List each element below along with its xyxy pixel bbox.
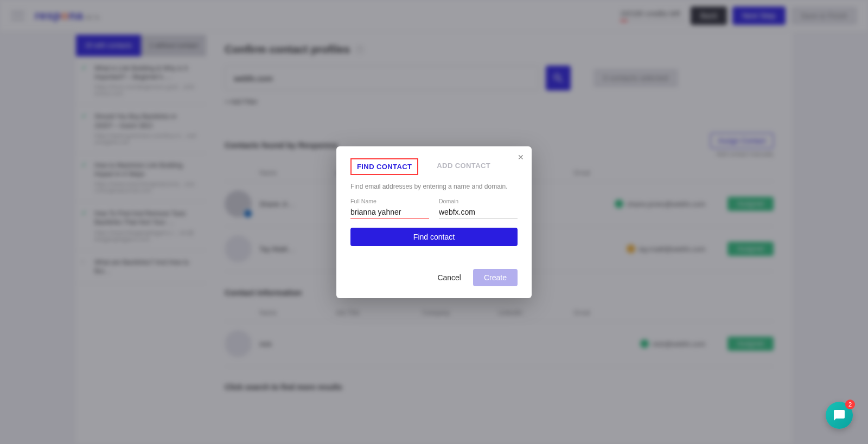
full-name-label: Full Name — [350, 198, 429, 204]
cancel-button[interactable]: Cancel — [433, 269, 465, 286]
modal-description: Find email addresses by entering a name … — [350, 183, 518, 190]
domain-label: Domain — [439, 198, 518, 204]
chat-icon — [833, 409, 846, 422]
create-button[interactable]: Create — [473, 269, 518, 286]
tab-add-contact[interactable]: ADD CONTACT — [431, 158, 496, 175]
find-contact-button[interactable]: Find contact — [350, 228, 518, 246]
close-icon[interactable]: ✕ — [518, 153, 524, 162]
domain-field: Domain — [439, 198, 518, 219]
chat-badge: 2 — [845, 400, 855, 409]
tab-find-contact[interactable]: FIND CONTACT — [350, 158, 418, 175]
domain-input[interactable] — [439, 205, 518, 219]
modal-tabs: FIND CONTACT ADD CONTACT — [350, 158, 518, 175]
chat-fab[interactable]: 2 — [826, 402, 853, 429]
full-name-field: Full Name — [350, 198, 429, 219]
full-name-input[interactable] — [350, 205, 429, 219]
find-contact-modal: ✕ FIND CONTACT ADD CONTACT Find email ad… — [336, 146, 532, 298]
